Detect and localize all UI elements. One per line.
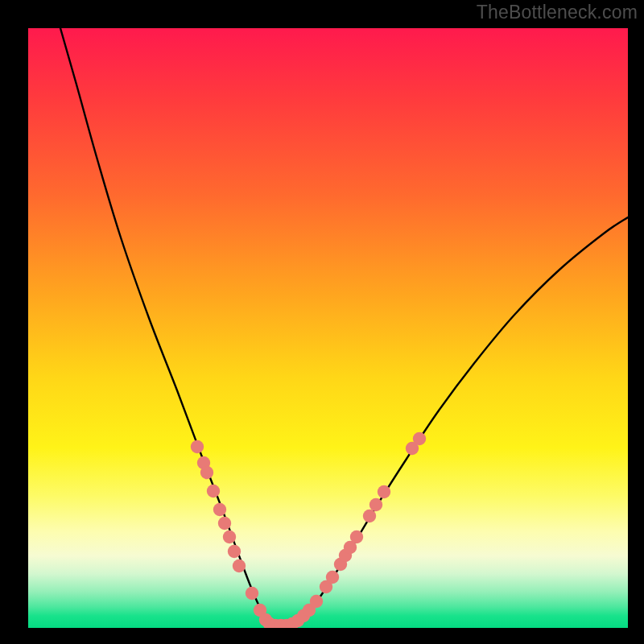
highlight-dot [228, 545, 241, 558]
highlight-dot [350, 530, 363, 543]
dots-layer [191, 432, 426, 628]
curve-layer [60, 28, 628, 626]
highlight-dot [223, 530, 236, 543]
highlight-dot [213, 503, 226, 516]
plot-area [28, 28, 628, 628]
highlight-dot [207, 485, 220, 497]
highlight-dot [218, 517, 231, 530]
highlight-dot [369, 498, 382, 511]
highlight-dot [233, 559, 246, 572]
highlight-dot [413, 432, 426, 445]
highlight-dot [200, 466, 213, 479]
highlight-dot [378, 485, 390, 498]
highlight-dot [191, 440, 204, 453]
highlight-dot [246, 587, 258, 600]
chart-svg [28, 28, 628, 628]
highlight-dot [326, 571, 339, 584]
outer-frame: TheBottleneck.com [0, 0, 644, 644]
bottleneck-curve [60, 28, 628, 626]
highlight-dot [310, 595, 323, 608]
highlight-dot [363, 510, 376, 522]
watermark-text: TheBottleneck.com [477, 2, 638, 23]
